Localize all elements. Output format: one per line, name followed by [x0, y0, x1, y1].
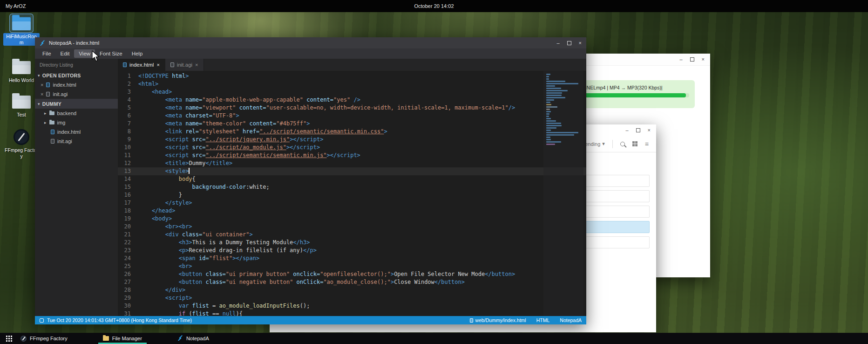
menu-view[interactable]: View	[74, 49, 95, 58]
grid-view-icon[interactable]	[632, 141, 637, 146]
code-text: <meta name="apple-mobile-web-app-capable…	[138, 96, 360, 104]
code-line[interactable]: 14 body{	[118, 175, 586, 183]
code-line[interactable]: 15 background-color:white;	[118, 183, 586, 191]
code-line[interactable]: 19 <body>	[118, 215, 586, 223]
code-line[interactable]: 16 }	[118, 191, 586, 199]
desktop-icon-ffmpeg-factory[interactable]: FFmpeg Factory	[3, 129, 40, 160]
code-text: </head>	[138, 207, 175, 215]
status-filepath: web/Dummy/index.html	[470, 317, 526, 323]
line-number: 28	[118, 286, 138, 294]
close-icon[interactable]: ×	[41, 91, 43, 97]
code-line[interactable]: 1<!DOCTYPE html>	[118, 72, 586, 80]
menu-help[interactable]: Help	[127, 49, 148, 58]
sidebar-item-index.html[interactable]: index.html	[35, 127, 118, 137]
minimap[interactable]	[543, 71, 583, 316]
code-line[interactable]: 8 <link rel="stylesheet" href="../script…	[118, 128, 586, 136]
code-text: if (flist == null){	[138, 310, 243, 316]
code-line[interactable]: 26 <button class="ui primary button" onc…	[118, 270, 586, 278]
close-icon[interactable]: ×	[579, 41, 582, 46]
taskbar-item-file-manager[interactable]: File Manager	[98, 333, 147, 344]
maximize-icon[interactable]	[690, 57, 694, 62]
line-number: 30	[118, 302, 138, 310]
taskbar-item-notepada[interactable]: NotepadA	[173, 333, 214, 344]
menu-font-size[interactable]: Font Size	[95, 49, 127, 58]
code-line[interactable]: 31 if (flist == null){	[118, 310, 586, 316]
minimap-line	[546, 120, 556, 122]
desktop-icon-hello-world[interactable]: Hello World	[3, 59, 40, 84]
code-line[interactable]: 23 <p>Received drag-in filelist (if any)…	[118, 247, 586, 255]
line-number: 4	[118, 96, 138, 104]
code-line[interactable]: 12 <title>Dummy</title>	[118, 159, 586, 167]
line-number: 29	[118, 294, 138, 302]
code-line[interactable]: 4 <meta name="apple-mobile-web-app-capab…	[118, 96, 586, 104]
file-icon	[46, 92, 50, 96]
code-line[interactable]: 9 <script src="../script/jquery.min.js">…	[118, 136, 586, 144]
code-text: body{	[138, 175, 196, 183]
desktop-icon-test[interactable]: Test	[3, 93, 40, 118]
taskbar-item-label: NotepadA	[186, 336, 209, 341]
code-line[interactable]: 24 <span id="flist"></span>	[118, 255, 586, 262]
toolbar-divider	[612, 140, 613, 148]
minimap-line	[546, 134, 574, 136]
code-line[interactable]: 22 <h3>This is a Dummy Testing Module</h…	[118, 239, 586, 247]
code-line[interactable]: 27 <button class="ui negative button" on…	[118, 278, 586, 286]
code-line[interactable]: 11 <script src="../script/semantic/seman…	[118, 151, 586, 159]
code-line[interactable]: 21 <div class="ui container">	[118, 231, 586, 239]
maximize-icon[interactable]	[636, 128, 640, 132]
minimize-icon[interactable]: –	[679, 57, 682, 62]
notepada-logo-icon	[177, 335, 183, 342]
taskbar-item-ffmpeg-factory[interactable]: FFmpeg Factory	[16, 333, 72, 344]
code-line[interactable]: 30 var flist = ao_module_loadInputFiles(…	[118, 302, 586, 310]
code-line[interactable]: 25 <br>	[118, 262, 586, 270]
code-line[interactable]: 10 <script src="../script/ao_module.js">…	[118, 144, 586, 151]
sidebar-item-img[interactable]: ▸img	[35, 118, 118, 127]
close-icon[interactable]: ×	[195, 62, 198, 68]
code-line[interactable]: 18 </head>	[118, 207, 586, 215]
code-line[interactable]: 29 <script>	[118, 294, 586, 302]
folder-icon	[11, 59, 32, 76]
tab-init.agi[interactable]: init.agi×	[165, 59, 204, 71]
search-icon[interactable]	[620, 142, 625, 146]
close-icon[interactable]: ×	[41, 82, 43, 88]
notepada-window[interactable]: NotepadA - index.html – × FileEditViewFo…	[35, 37, 586, 324]
line-number: 23	[118, 247, 138, 255]
sidebar-section-open-editors[interactable]: ▾OPEN EDITORS	[35, 70, 118, 80]
code-line[interactable]: 20 <br><br>	[118, 223, 586, 231]
sort-dropdown[interactable]: ending ▾	[585, 141, 605, 147]
sidebar-item-init.agi[interactable]: init.agi	[35, 137, 118, 146]
code-text: <div class="ui container">	[138, 231, 253, 239]
minimap-line	[546, 109, 550, 110]
close-icon[interactable]: ×	[648, 128, 651, 133]
code-line[interactable]: 6 <meta charset="UTF-8">	[118, 112, 586, 120]
code-text: background-color:white;	[138, 183, 270, 191]
close-icon[interactable]: ×	[702, 57, 705, 62]
minimap-line	[546, 76, 549, 77]
maximize-icon[interactable]	[567, 41, 571, 45]
minimize-icon[interactable]: –	[556, 41, 559, 46]
code-line[interactable]: 5 <meta name="viewport" content="user-sc…	[118, 104, 586, 112]
code-line[interactable]: 7 <meta name="theme-color" content="#4b7…	[118, 120, 586, 128]
tab-index.html[interactable]: index.html×	[118, 59, 165, 71]
sidebar-caption: Directory Listing	[35, 59, 118, 70]
minimap-line	[546, 81, 565, 82]
code-text: </div>	[138, 286, 185, 294]
tab-bar: index.html×init.agi×	[118, 59, 586, 71]
menu-file[interactable]: File	[38, 49, 56, 58]
code-line[interactable]: 28 </div>	[118, 286, 586, 294]
menu-edit[interactable]: Edit	[56, 49, 75, 58]
minimize-icon[interactable]: –	[625, 128, 628, 133]
list-view-icon[interactable]: ≡	[645, 141, 649, 147]
close-icon[interactable]: ×	[156, 62, 159, 68]
code-line[interactable]: 3 <head>	[118, 88, 586, 96]
sidebar-section-dummy[interactable]: ▾DUMMY	[35, 99, 118, 109]
code-line[interactable]: 17 </style>	[118, 199, 586, 207]
sidebar-item-init.agi[interactable]: ×init.agi	[35, 89, 118, 99]
code-area[interactable]: 1<!DOCTYPE html>2<html>3 <head>4 <meta n…	[118, 71, 586, 316]
code-line[interactable]: 13 <style>	[118, 167, 586, 175]
sidebar-item-index.html[interactable]: ×index.html	[35, 80, 118, 89]
desktop-icon-hifimusicroom[interactable]: HiFiMusicRoom	[3, 15, 40, 46]
start-menu-button[interactable]	[3, 333, 15, 344]
sidebar-item-backend[interactable]: ▸backend	[35, 109, 118, 118]
code-line[interactable]: 2<html>	[118, 80, 586, 88]
notepada-titlebar[interactable]: NotepadA - index.html – ×	[35, 37, 586, 48]
